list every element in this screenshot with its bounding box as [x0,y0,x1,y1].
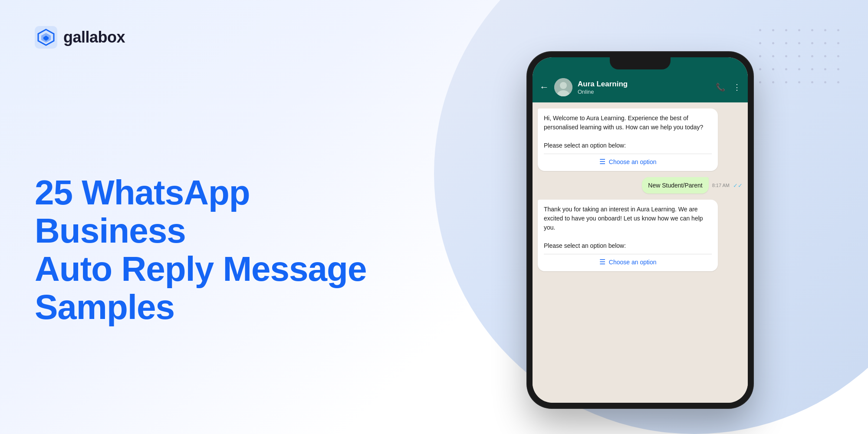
dot [837,55,839,57]
dot [772,55,774,57]
main-heading-container: 25 WhatsApp Business Auto Reply Message … [35,49,378,408]
avatar-image [554,78,572,96]
dot [824,29,826,31]
outgoing-bubble-wrapper: New Student/Parent 8:17 AM ✓✓ [538,177,743,194]
dot [811,55,813,57]
dot [811,29,813,31]
incoming-bubble-1: Hi, Welcome to Aura Learning. Experience… [538,108,718,171]
logo: gallabox [35,26,378,49]
dot [772,68,774,70]
dot [824,55,826,57]
dot [824,68,826,70]
phone-mockup: ← Aura Learning Online 📞 [527,52,753,408]
read-receipt-icon: ✓✓ [733,182,743,189]
bubble-divider-1 [544,154,712,154]
dot [837,81,839,83]
call-icon[interactable]: 📞 [716,82,725,92]
bubble-1-text: Hi, Welcome to Aura Learning. Experience… [544,114,712,150]
dot [811,68,813,70]
dot [785,42,787,44]
dot [759,81,761,83]
dot [772,29,774,31]
choose-option-label-1: Choose an option [609,158,657,165]
dot [837,29,839,31]
message-timestamp: 8:17 AM [712,183,730,188]
left-panel: gallabox 25 WhatsApp Business Auto Reply… [0,0,412,434]
dot [811,81,813,83]
dot [837,42,839,44]
phone-notch [610,57,671,69]
heading-line2: Auto Reply Message Samples [35,250,366,326]
bubble-1-content: Hi, Welcome to Aura Learning. Experience… [544,115,703,131]
choose-option-btn-1[interactable]: ☰ Choose an option [544,156,712,168]
heading-line1: 25 WhatsApp Business [35,173,250,250]
dot [759,68,761,70]
bubble-divider-2 [544,254,712,254]
phone-screen: ← Aura Learning Online 📞 [533,57,748,403]
bubble-1-prompt: Please select an option below: [544,142,626,149]
page-heading: 25 WhatsApp Business Auto Reply Message … [35,174,378,326]
dot [798,81,800,83]
list-icon-2: ☰ [599,258,605,266]
content-wrapper: gallabox 25 WhatsApp Business Auto Reply… [0,0,868,434]
dot [811,42,813,44]
right-panel: ← Aura Learning Online 📞 [412,0,868,434]
dot [798,68,800,70]
choose-option-label-2: Choose an option [609,259,657,266]
contact-avatar [554,78,572,96]
dot [798,42,800,44]
dot [824,81,826,83]
svg-point-5 [560,82,567,89]
choose-option-btn-2[interactable]: ☰ Choose an option [544,256,712,268]
dot [785,29,787,31]
dot [772,81,774,83]
contact-info: Aura Learning Online [578,80,710,95]
back-arrow-icon[interactable]: ← [539,82,549,93]
logo-text: gallabox [63,28,125,46]
chat-area: Hi, Welcome to Aura Learning. Experience… [533,102,748,403]
dot [785,68,787,70]
dot [785,81,787,83]
contact-name: Aura Learning [578,80,710,89]
dot [759,29,761,31]
incoming-bubble-2: Thank you for taking an interest in Aura… [538,200,718,271]
outgoing-text: New Student/Parent [648,182,702,189]
bubble-2-prompt: Please select an option below: [544,242,626,249]
dot [837,68,839,70]
list-icon-1: ☰ [599,158,605,166]
dot [785,55,787,57]
dot-pattern [756,26,842,86]
dot [798,29,800,31]
dot [759,55,761,57]
header-actions: 📞 ⋮ [716,82,741,92]
menu-icon[interactable]: ⋮ [733,82,741,92]
dot [772,42,774,44]
dot [759,42,761,44]
gallabox-logo-icon [35,26,57,49]
outgoing-bubble: New Student/Parent [642,177,708,194]
dot [824,42,826,44]
bubble-2-text: Thank you for taking an interest in Aura… [544,205,712,250]
bubble-2-content: Thank you for taking an interest in Aura… [544,206,703,231]
contact-status: Online [578,89,710,95]
dot [798,55,800,57]
